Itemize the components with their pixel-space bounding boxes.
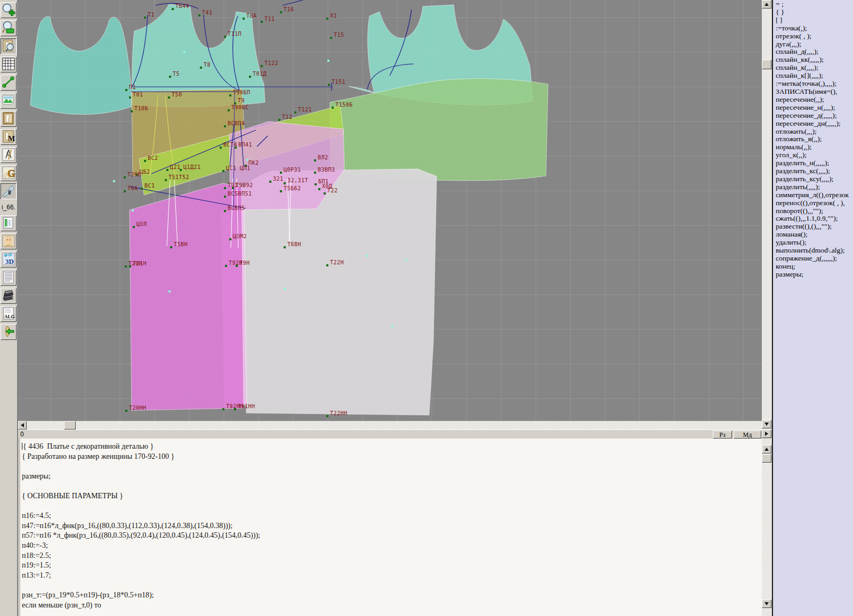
- command-item[interactable]: ломаная();: [776, 231, 853, 239]
- arrow-left-icon: [21, 423, 24, 427]
- canvas-label: Т5ВН: [174, 241, 188, 247]
- editor-line: { ОСНОВНЫЕ ПАРАМЕТРЫ }: [22, 491, 762, 501]
- toolbar-pattern-m-button[interactable]: M: [1, 129, 17, 145]
- editor-vscroll-thumb[interactable]: [762, 454, 771, 463]
- toolbar-alg-button[interactable]: ALG: [1, 306, 17, 322]
- editor-line: [22, 461, 762, 472]
- command-item[interactable]: пересечение_д(,,,,,);: [776, 112, 853, 120]
- canvas-scroll-right-button[interactable]: [762, 429, 771, 438]
- command-item[interactable]: разделить_н(,,,,,);: [776, 159, 853, 167]
- command-item[interactable]: = ;: [776, 1, 853, 9]
- command-item[interactable]: угол_к(,,);: [776, 151, 853, 159]
- command-item[interactable]: пересечение_н(,,,,);: [776, 104, 853, 112]
- toolbar-ruler-button[interactable]: 8: [1, 183, 17, 199]
- editor-line: если меньше (рзн_т,0) то: [22, 601, 762, 611]
- command-item[interactable]: :=точка(,);: [776, 25, 853, 33]
- threed-icon: 3D: [2, 252, 15, 268]
- canvas-hscroll-thumb[interactable]: [64, 421, 76, 429]
- command-item[interactable]: разделить_кс(,,,,);: [776, 167, 853, 175]
- canvas-horizontal-scrollbar[interactable]: [18, 421, 762, 429]
- command-item[interactable]: развести((),(),,,"");: [776, 223, 853, 231]
- command-item[interactable]: сжать((),,,1.1,0.9,"");: [776, 215, 853, 223]
- editor-scroll-down-button[interactable]: [762, 599, 771, 608]
- editor-scroll-up-button[interactable]: [762, 445, 771, 453]
- command-item[interactable]: выполнить(dmod\.alg);: [776, 247, 853, 255]
- command-item[interactable]: сплайн_к(,,,,);: [776, 64, 853, 72]
- drafting-icon: A: [2, 148, 15, 163]
- command-item[interactable]: разделить(,,,,);: [776, 183, 853, 191]
- command-item[interactable]: поворот((),,,"");: [776, 207, 853, 215]
- canvas-label: Т8А: [246, 13, 257, 19]
- command-item[interactable]: отложить(,,,);: [776, 128, 853, 136]
- toolbar-grid-button[interactable]: [1, 56, 17, 72]
- canvas-label: Т15: [334, 32, 344, 38]
- canvas-label: З2,З1Т: [287, 177, 308, 183]
- status-value: 0: [20, 431, 24, 438]
- command-item[interactable]: сплайн_кк(,,,,,);: [776, 56, 853, 64]
- toolbar-list-doc-button[interactable]: [1, 270, 17, 286]
- rz-button[interactable]: Рз: [713, 431, 732, 439]
- canvas-label: П1: [129, 84, 136, 90]
- canvas-label: Ц1Д21: [183, 164, 201, 170]
- toolbar-image-button[interactable]: [1, 93, 17, 109]
- toolbar-table-button[interactable]: [1, 215, 17, 231]
- canvas-label: Т50: [172, 92, 182, 98]
- command-item[interactable]: пересечение(,,);: [776, 96, 853, 104]
- canvas-label: ВС2: [148, 155, 158, 161]
- command-item[interactable]: отрезок( , );: [776, 33, 853, 40]
- command-item[interactable]: { }: [776, 9, 853, 17]
- command-item[interactable]: отложить_в(,,);: [776, 135, 853, 143]
- command-item[interactable]: перенос((),отрезок( , ),: [776, 199, 853, 207]
- command-item[interactable]: ЗАПИСАТЬ(имя=(),: [776, 88, 853, 96]
- command-item[interactable]: [ ]: [776, 17, 853, 25]
- toolbar-pattern-frame-button[interactable]: [1, 111, 17, 127]
- toolbar-zoom-in-button[interactable]: [1, 2, 17, 18]
- canvas-label: ПК2: [248, 160, 259, 166]
- editor-vertical-scrollbar[interactable]: [762, 439, 771, 616]
- command-item[interactable]: удалить();: [776, 239, 853, 247]
- code-editor[interactable]: { 4436 Платье с декоративной деталью }{ …: [18, 439, 762, 616]
- canvas-scroll-down-button[interactable]: [762, 420, 771, 428]
- canvas-label: Т9: [238, 98, 245, 103]
- pattern-canvas[interactable]: Т1ТБ44Т41Т8АТ11Т16Х1Т11ПТ15Т8Т122Т01ДТ5Т…: [18, 0, 762, 421]
- editor-line: п16:=4.5;: [22, 511, 762, 521]
- command-item[interactable]: симметрия_л((),отрезок: [776, 191, 853, 199]
- command-item[interactable]: дуга(,,,);: [776, 40, 853, 48]
- canvas-label: Т1: [148, 12, 155, 18]
- command-item[interactable]: нормаль(,,);: [776, 143, 853, 151]
- toolbar-drafting-button[interactable]: A: [1, 147, 17, 163]
- toolbar-view-detail-button[interactable]: [1, 38, 17, 54]
- canvas-vertical-scrollbar[interactable]: [762, 0, 771, 429]
- command-item[interactable]: размеры;: [776, 271, 853, 279]
- canvas-vscroll-thumb[interactable]: [762, 60, 771, 69]
- g-letter-icon: G: [2, 166, 15, 181]
- toolbar-portrait-button[interactable]: [1, 233, 17, 249]
- editor-line: п18:=2.5;: [22, 551, 762, 561]
- command-item[interactable]: сплайн_д(,,,,);: [776, 48, 853, 56]
- exit-icon: [2, 325, 15, 340]
- command-item[interactable]: разделить_ксу(,,,,);: [776, 175, 853, 183]
- canvas-label: ВЗВП3: [318, 167, 335, 173]
- command-item[interactable]: пересечение_дн(,,,,,);: [776, 120, 853, 128]
- toolbar-books-button[interactable]: [1, 288, 17, 304]
- canvas-label: Т6ВН: [287, 241, 301, 247]
- command-item[interactable]: сопряжение_д(,,,,,,);: [776, 255, 853, 263]
- command-item[interactable]: конец;: [776, 263, 853, 271]
- editor-line: [22, 580, 762, 590]
- grid-icon: [2, 57, 15, 72]
- command-item[interactable]: сплайн_к[](,,,,);: [776, 72, 853, 80]
- toolbar-measure-button[interactable]: [1, 75, 17, 91]
- editor-line: п47:=п16*л_фнк(рз_16,((80,0.33),(112,0.3…: [22, 521, 762, 531]
- toolbar-g-letter-button[interactable]: G: [1, 165, 17, 181]
- toolbar-threed-button[interactable]: 3D: [1, 252, 17, 268]
- canvas-scroll-up-button[interactable]: [762, 0, 771, 9]
- arrow-down-icon: [765, 602, 769, 605]
- toolbar-exit-button[interactable]: [1, 324, 17, 340]
- canvas-scroll-left-button[interactable]: [18, 421, 27, 429]
- toolbar-zoom-all-button[interactable]: [1, 20, 17, 36]
- md-button[interactable]: Мд: [734, 431, 761, 439]
- command-item[interactable]: :=метка(точка(,),,,,);: [776, 80, 853, 88]
- books-icon: [2, 288, 15, 304]
- canvas-label: ВЛ2: [318, 155, 328, 160]
- view-detail-icon: [2, 39, 15, 54]
